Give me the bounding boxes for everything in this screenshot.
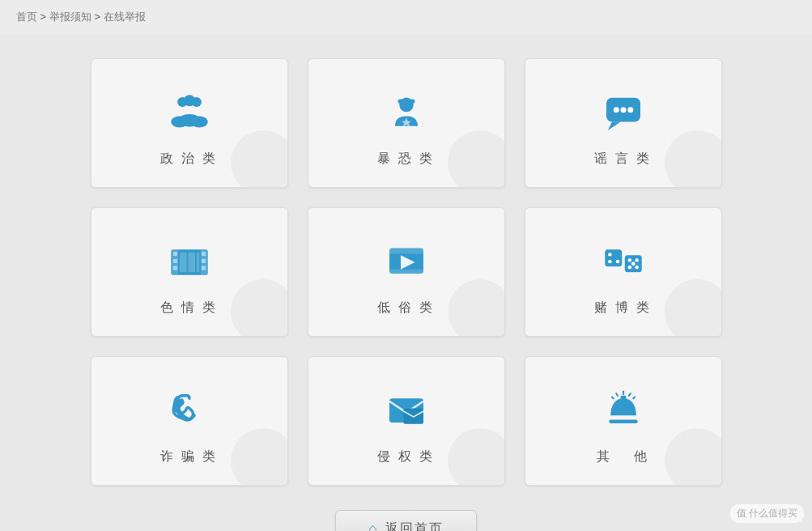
report-grid: 政 治 类 暴 恐 类 [91,58,722,486]
home-button-label: 返回首页 [385,520,444,531]
svg-rect-28 [389,248,423,253]
svg-line-50 [612,397,614,398]
card-rumor-label: 谣 言 类 [594,151,653,168]
svg-point-2 [184,95,195,106]
svg-marker-11 [607,121,620,130]
svg-line-47 [629,393,631,396]
svg-point-5 [190,116,207,127]
svg-rect-21 [201,251,205,255]
svg-point-14 [627,107,633,113]
svg-rect-29 [389,269,423,273]
home-icon: ⌂ [368,520,379,531]
svg-point-32 [608,253,611,256]
svg-rect-31 [605,249,622,266]
svg-rect-44 [609,419,637,423]
card-porn[interactable]: 色 情 类 [91,207,288,337]
svg-point-34 [608,259,611,262]
bottom-bar: ⌂ 返回首页 [49,510,763,531]
svg-line-48 [616,393,618,396]
copyright-icon [380,385,432,437]
card-fraud[interactable]: 诈 骗 类 [91,356,288,486]
terror-icon [380,87,432,139]
svg-rect-23 [201,266,205,270]
svg-point-33 [615,259,619,262]
card-politics[interactable]: 政 治 类 [91,58,288,188]
svg-point-38 [627,265,631,268]
rumor-icon [597,87,649,139]
card-rumor[interactable]: 谣 言 类 [525,58,722,188]
svg-rect-25 [188,252,195,272]
svg-rect-8 [403,97,409,100]
svg-point-13 [620,107,626,113]
card-vulgar-label: 低 俗 类 [377,299,436,316]
svg-line-49 [633,397,635,398]
svg-point-37 [635,258,638,261]
svg-rect-24 [179,252,186,272]
svg-rect-22 [201,258,205,262]
svg-point-39 [635,265,638,268]
card-vulgar[interactable]: 低 俗 类 [308,207,505,337]
svg-point-36 [627,258,631,261]
gamble-icon [597,236,649,288]
card-copyright-label: 侵 权 类 [377,448,436,465]
card-porn-label: 色 情 类 [160,299,219,316]
svg-rect-20 [172,266,176,270]
card-politics-label: 政 治 类 [160,151,219,168]
home-button[interactable]: ⌂ 返回首页 [335,510,477,531]
svg-point-4 [171,116,188,127]
svg-rect-45 [620,395,626,399]
svg-rect-18 [172,251,176,255]
watermark: 值 什么值得买 [730,504,804,523]
politics-icon [164,87,215,139]
card-terror-label: 暴 恐 类 [377,151,436,168]
card-gamble[interactable]: 赌 博 类 [525,207,722,337]
card-other-label: 其 他 [597,448,648,465]
card-fraud-label: 诈 骗 类 [160,448,219,465]
svg-point-41 [631,261,635,265]
card-gamble-label: 赌 博 类 [594,299,653,316]
svg-point-12 [613,107,619,113]
card-copyright[interactable]: 侵 权 类 [308,356,505,486]
breadcrumb: 首页 > 举报须知 > 在线举报 [0,0,812,34]
card-other[interactable]: 其 他 [525,356,722,486]
fraud-icon [164,385,215,437]
svg-rect-19 [172,258,176,262]
card-terror[interactable]: 暴 恐 类 [308,58,505,188]
svg-rect-26 [196,252,199,272]
vulgar-icon [380,236,432,288]
porn-icon [164,236,215,288]
other-icon [597,385,649,437]
